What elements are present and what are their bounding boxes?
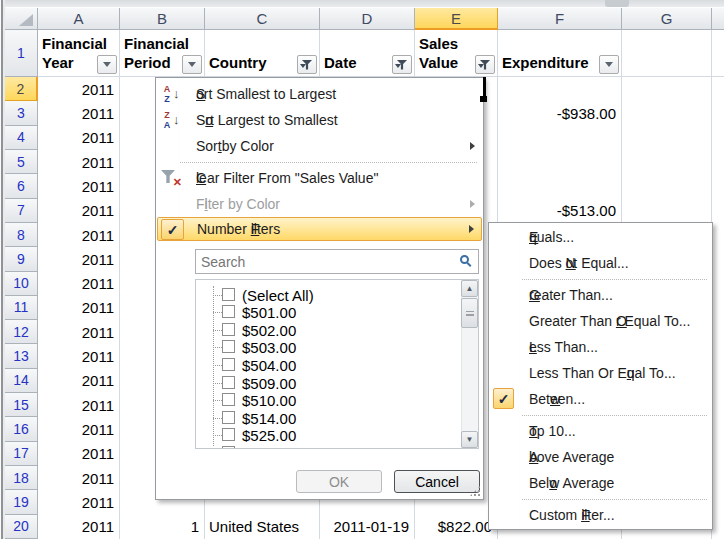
header-cell-G[interactable] <box>622 30 712 77</box>
row-header-6[interactable]: 6 <box>5 174 38 198</box>
value-checkbox[interactable] <box>222 411 235 424</box>
header-cell-A[interactable]: Financial Year <box>38 30 120 77</box>
cell-H17[interactable] <box>712 442 724 467</box>
cell-H19[interactable] <box>712 490 724 515</box>
filter-value-item[interactable]: $503.00 <box>196 339 460 357</box>
search-input[interactable] <box>195 249 479 274</box>
header-cell-B[interactable]: Financial Period <box>120 30 205 77</box>
menu-item-sort-by-color[interactable]: Sort by Color <box>157 133 482 159</box>
submenu-item-between[interactable]: ✓Between... <box>490 386 711 412</box>
cell-G3[interactable] <box>622 101 712 126</box>
cell-A2[interactable]: 2011 <box>38 77 120 102</box>
filter-value-item[interactable]: $525.00 <box>196 427 460 445</box>
cell-A13[interactable]: 2011 <box>38 344 120 369</box>
column-header-G[interactable]: G <box>622 8 712 30</box>
cell-A8[interactable]: 2011 <box>38 223 120 248</box>
scrollbar-up-button[interactable]: ▲ <box>461 280 478 297</box>
row-header-2[interactable]: 2 <box>5 77 38 101</box>
row-header-9[interactable]: 9 <box>5 247 38 271</box>
row-header-3[interactable]: 3 <box>5 101 38 125</box>
row-header-10[interactable]: 10 <box>5 272 38 296</box>
cell-B20[interactable]: 1 <box>120 515 205 539</box>
cell-A16[interactable]: 2011 <box>38 417 120 442</box>
submenu-item-greater-than-or-equal-to[interactable]: Greater Than Or Equal To... <box>490 308 711 334</box>
header-cell-E[interactable]: Sales Value <box>415 30 498 77</box>
cell-F6[interactable] <box>498 174 622 199</box>
submenu-item-less-than-or-equal-to[interactable]: Less Than Or Equal To... <box>490 360 711 386</box>
cell-A14[interactable]: 2011 <box>38 369 120 394</box>
cell-F2[interactable] <box>498 77 622 102</box>
cell-H16[interactable] <box>712 417 724 442</box>
row-header-1[interactable]: 1 <box>5 30 38 77</box>
cell-H5[interactable] <box>712 150 724 175</box>
header-filter-button-D[interactable] <box>392 55 412 74</box>
cell-H18[interactable] <box>712 466 724 491</box>
header-dropdown-button-F[interactable] <box>599 55 619 74</box>
row-header-11[interactable]: 11 <box>5 296 38 320</box>
column-header-E[interactable]: E <box>415 8 498 30</box>
cell-H20[interactable] <box>712 515 724 539</box>
cell-C20[interactable]: United States <box>205 515 320 539</box>
cell-A7[interactable]: 2011 <box>38 199 120 224</box>
column-header-F[interactable]: F <box>498 8 622 30</box>
row-header-7[interactable]: 7 <box>5 199 38 223</box>
filter-value-item[interactable]: $504.00 <box>196 357 460 375</box>
row-header-15[interactable]: 15 <box>5 393 38 417</box>
cell-F5[interactable] <box>498 150 622 175</box>
filter-value-item[interactable]: $514.00 <box>196 410 460 428</box>
cell-H11[interactable] <box>712 296 724 321</box>
value-checkbox[interactable] <box>222 376 235 389</box>
cell-H2[interactable] <box>712 77 724 102</box>
cell-A18[interactable]: 2011 <box>38 466 120 491</box>
row-header-8[interactable]: 8 <box>5 223 38 247</box>
cell-D20[interactable]: 2011-01-19 <box>320 515 415 539</box>
value-checkbox[interactable] <box>222 446 235 449</box>
submenu-item-below-average[interactable]: Below Average <box>490 470 711 496</box>
submenu-item-custom-filter[interactable]: Custom Filter... <box>490 502 711 528</box>
submenu-item-less-than[interactable]: Less Than... <box>490 334 711 360</box>
column-header-partial[interactable] <box>712 8 724 30</box>
header-cell-D[interactable]: Date <box>320 30 415 77</box>
cell-H9[interactable] <box>712 247 724 272</box>
submenu-item-equals[interactable]: Equals... <box>490 224 711 250</box>
scrollbar-down-button[interactable]: ▼ <box>461 431 478 448</box>
filter-value-item[interactable]: (Select All) <box>196 287 460 305</box>
row-header-12[interactable]: 12 <box>5 320 38 344</box>
cell-A6[interactable]: 2011 <box>38 174 120 199</box>
cell-E20[interactable]: $822.00 <box>415 515 498 539</box>
row-header-5[interactable]: 5 <box>5 150 38 174</box>
value-checkbox[interactable] <box>222 393 235 406</box>
cell-H13[interactable] <box>712 344 724 369</box>
cell-A12[interactable]: 2011 <box>38 320 120 345</box>
cell-G2[interactable] <box>622 77 712 102</box>
submenu-item-above-average[interactable]: Above Average <box>490 444 711 470</box>
cell-G7[interactable] <box>622 199 712 224</box>
column-header-C[interactable]: C <box>205 8 320 30</box>
cell-A3[interactable]: 2011 <box>38 101 120 126</box>
menu-item-filter-by-color[interactable]: Filter by Color <box>157 191 482 217</box>
cell-A5[interactable]: 2011 <box>38 150 120 175</box>
value-checkbox[interactable] <box>222 323 235 336</box>
cell-A11[interactable]: 2011 <box>38 296 120 321</box>
menu-item-number-filters[interactable]: ✓Number Filters <box>157 217 482 241</box>
cell-H15[interactable] <box>712 393 724 418</box>
column-header-B[interactable]: B <box>120 8 205 30</box>
ok-button[interactable]: OK <box>296 470 382 493</box>
header-cell-H[interactable] <box>712 30 724 77</box>
cell-H7[interactable] <box>712 199 724 224</box>
cell-H14[interactable] <box>712 369 724 394</box>
header-filter-button-E[interactable] <box>475 55 495 74</box>
value-checkbox[interactable] <box>222 340 235 353</box>
menu-item-sort-smallest-to-largest[interactable]: AZ↓Sort Smallest to Largest <box>157 81 482 107</box>
menu-item-sort-largest-to-smallest[interactable]: ZA↓Sort Largest to Smallest <box>157 107 482 133</box>
header-dropdown-button-A[interactable] <box>97 55 117 74</box>
row-header-17[interactable]: 17 <box>5 442 38 466</box>
row-header-19[interactable]: 19 <box>5 490 38 514</box>
cell-A20[interactable]: 2011 <box>38 515 120 539</box>
cell-A19[interactable]: 2011 <box>38 490 120 515</box>
row-header-18[interactable]: 18 <box>5 466 38 490</box>
filter-value-item[interactable] <box>196 445 460 449</box>
cell-H4[interactable] <box>712 126 724 151</box>
cell-A10[interactable]: 2011 <box>38 272 120 297</box>
cell-A15[interactable]: 2011 <box>38 393 120 418</box>
